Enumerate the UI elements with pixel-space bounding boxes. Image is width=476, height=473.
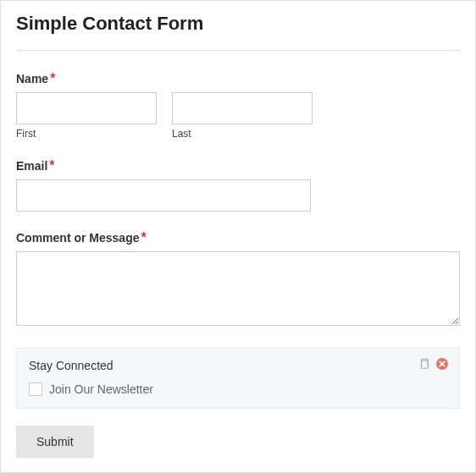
delete-icon[interactable] — [435, 357, 449, 374]
last-name-col: Last — [172, 92, 313, 140]
svg-rect-0 — [422, 361, 429, 369]
email-field-group: Email* — [16, 158, 460, 212]
comment-required: * — [141, 230, 146, 245]
name-field-group: Name* First Last — [16, 71, 460, 140]
last-name-sublabel: Last — [172, 128, 313, 140]
first-name-sublabel: First — [16, 128, 157, 140]
newsletter-checkbox[interactable] — [29, 382, 42, 396]
last-name-input[interactable] — [172, 92, 313, 124]
comment-textarea[interactable] — [16, 251, 460, 326]
form-title: Simple Contact Form — [16, 13, 460, 35]
newsletter-actions — [418, 357, 449, 374]
first-name-col: First — [16, 92, 157, 140]
newsletter-option-label: Join Our Newsletter — [49, 382, 153, 396]
name-label: Name — [16, 72, 48, 85]
newsletter-title: Stay Connected — [29, 359, 447, 372]
newsletter-checkbox-row: Join Our Newsletter — [29, 382, 447, 396]
divider — [16, 50, 460, 51]
submit-button[interactable]: Submit — [16, 426, 94, 458]
email-input[interactable] — [16, 179, 311, 212]
first-name-input[interactable] — [16, 92, 157, 124]
duplicate-icon[interactable] — [418, 358, 430, 373]
name-required: * — [50, 71, 55, 85]
email-required: * — [49, 158, 54, 173]
name-row: First Last — [16, 92, 460, 140]
contact-form-container: Simple Contact Form Name* First Last Ema… — [0, 0, 476, 473]
newsletter-box: Stay Connected Join Our Newsletter — [16, 348, 460, 409]
email-label: Email — [16, 159, 47, 173]
comment-field-group: Comment or Message* — [16, 230, 460, 329]
comment-label: Comment or Message — [16, 231, 139, 245]
